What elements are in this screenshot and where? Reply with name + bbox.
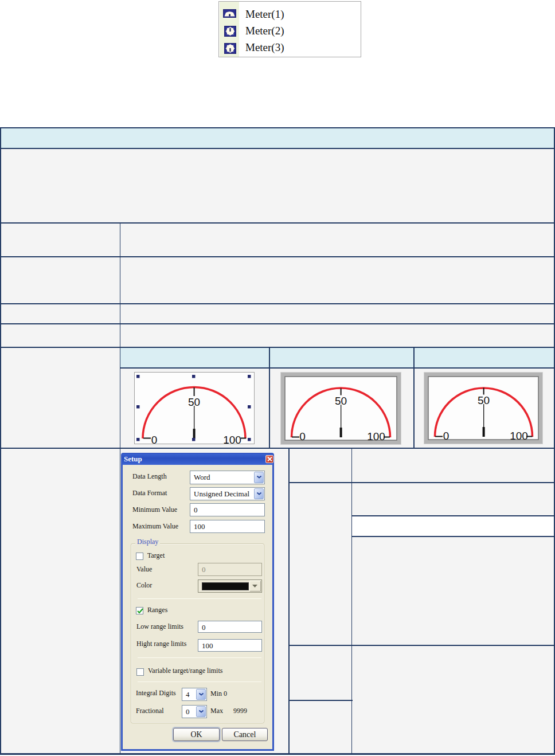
svg-text:0: 0 xyxy=(299,430,306,442)
svg-text:100: 100 xyxy=(510,430,528,442)
svg-text:0: 0 xyxy=(151,434,158,444)
svg-text:0: 0 xyxy=(443,430,450,442)
svg-text:100: 100 xyxy=(223,434,241,444)
svg-text:100: 100 xyxy=(367,430,385,442)
